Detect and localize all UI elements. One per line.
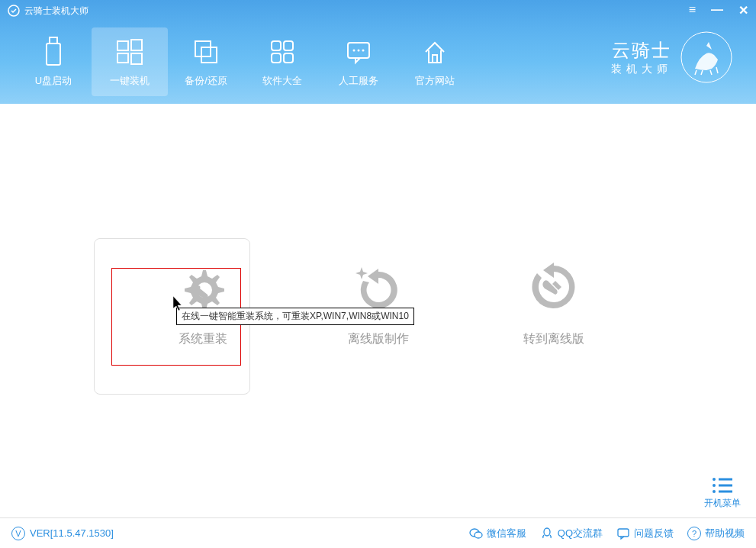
main-content: 系统重装 离线版制作 bbox=[0, 104, 756, 517]
feedback-icon bbox=[616, 527, 630, 540]
usb-icon bbox=[42, 36, 65, 68]
knight-icon bbox=[680, 31, 733, 84]
tooltip: 在线一键智能重装系统，可重装XP,WIN7,WIN8或WIN10 bbox=[176, 308, 414, 325]
svg-point-24 bbox=[713, 490, 716, 493]
svg-rect-25 bbox=[719, 491, 732, 493]
mouse-cursor bbox=[173, 296, 184, 314]
nav-support[interactable]: 人工服务 bbox=[320, 27, 397, 96]
svg-rect-10 bbox=[284, 41, 293, 50]
svg-point-15 bbox=[358, 50, 360, 52]
svg-point-16 bbox=[362, 50, 365, 52]
svg-point-27 bbox=[475, 532, 482, 538]
footer-feedback[interactable]: 问题反馈 bbox=[616, 527, 674, 540]
apps-icon bbox=[267, 36, 298, 68]
svg-rect-9 bbox=[272, 41, 281, 50]
wechat-icon bbox=[469, 527, 483, 540]
boot-menu-label: 开机菜单 bbox=[704, 497, 741, 510]
svg-rect-3 bbox=[117, 41, 128, 50]
brand-subtitle: 装机大师 bbox=[611, 63, 672, 76]
svg-rect-21 bbox=[719, 479, 732, 481]
footer: V VER[11.5.47.1530] 微信客服 QQ交流群 问题反馈 ? 帮助… bbox=[0, 517, 756, 548]
version-info[interactable]: V VER[11.5.47.1530] bbox=[11, 527, 114, 540]
close-button[interactable]: ✕ bbox=[738, 3, 748, 18]
minimize-button[interactable]: — bbox=[711, 3, 723, 18]
window-title: 云骑士装机大师 bbox=[24, 5, 88, 18]
nav-label: U盘启动 bbox=[35, 74, 72, 88]
svg-rect-6 bbox=[131, 53, 142, 64]
svg-rect-4 bbox=[131, 40, 142, 50]
option-label: 离线版制作 bbox=[348, 331, 409, 347]
svg-rect-29 bbox=[618, 529, 629, 537]
nav-label: 人工服务 bbox=[339, 74, 378, 88]
nav-one-click-install[interactable]: 一键装机 bbox=[92, 27, 168, 96]
svg-rect-11 bbox=[272, 53, 281, 63]
svg-rect-2 bbox=[47, 44, 60, 65]
link-label: QQ交流群 bbox=[558, 527, 603, 540]
footer-qq[interactable]: QQ交流群 bbox=[540, 527, 603, 540]
window-controls: ≡ — ✕ bbox=[689, 3, 748, 18]
qq-icon bbox=[540, 527, 554, 540]
version-text: VER[11.5.47.1530] bbox=[30, 527, 114, 539]
windows-icon bbox=[114, 36, 145, 68]
svg-rect-12 bbox=[284, 53, 293, 63]
footer-help[interactable]: ? 帮助视频 bbox=[687, 527, 745, 540]
nav-label: 一键装机 bbox=[110, 74, 150, 88]
option-goto-offline[interactable]: 转到离线版 bbox=[523, 256, 584, 347]
svg-rect-1 bbox=[50, 37, 57, 44]
svg-rect-7 bbox=[195, 41, 211, 56]
menu-button[interactable]: ≡ bbox=[689, 3, 696, 18]
footer-wechat[interactable]: 微信客服 bbox=[469, 527, 526, 540]
nav-label: 备份/还原 bbox=[185, 74, 227, 88]
svg-rect-8 bbox=[201, 47, 217, 63]
svg-rect-17 bbox=[433, 55, 437, 63]
titlebar: 云骑士装机大师 ≡ — ✕ bbox=[0, 0, 756, 21]
nav-label: 软件大全 bbox=[262, 74, 302, 88]
svg-point-28 bbox=[544, 528, 550, 536]
link-label: 问题反馈 bbox=[634, 527, 674, 540]
nav-backup-restore[interactable]: 备份/还原 bbox=[168, 27, 244, 96]
brand-title: 云骑士 bbox=[612, 38, 671, 63]
chat-icon bbox=[343, 36, 374, 68]
svg-point-22 bbox=[713, 484, 716, 487]
svg-point-20 bbox=[713, 478, 716, 481]
svg-point-14 bbox=[353, 50, 355, 52]
help-icon: ? bbox=[687, 527, 701, 540]
app-icon bbox=[8, 5, 20, 17]
link-label: 微信客服 bbox=[487, 527, 526, 540]
version-icon: V bbox=[11, 527, 25, 540]
nav-official-site[interactable]: 官方网站 bbox=[397, 27, 473, 96]
option-offline-make[interactable]: 离线版制作 bbox=[348, 256, 409, 347]
circle-tools-icon bbox=[523, 256, 584, 318]
list-icon bbox=[712, 477, 733, 494]
boot-menu-button[interactable]: 开机菜单 bbox=[704, 477, 741, 510]
nav-software[interactable]: 软件大全 bbox=[244, 27, 320, 96]
nav-label: 官方网站 bbox=[415, 74, 455, 88]
header: 云骑士装机大师 ≡ — ✕ U盘启动 一键装机 备份/还原 bbox=[0, 0, 756, 104]
nav-usb-boot[interactable]: U盘启动 bbox=[15, 27, 92, 96]
brand-logo: 云骑士 装机大师 bbox=[611, 31, 733, 84]
link-label: 帮助视频 bbox=[705, 527, 745, 540]
copy-icon bbox=[191, 36, 221, 68]
svg-rect-5 bbox=[117, 53, 128, 63]
option-label: 转到离线版 bbox=[523, 331, 584, 347]
home-icon bbox=[420, 36, 450, 68]
svg-rect-23 bbox=[719, 485, 732, 487]
